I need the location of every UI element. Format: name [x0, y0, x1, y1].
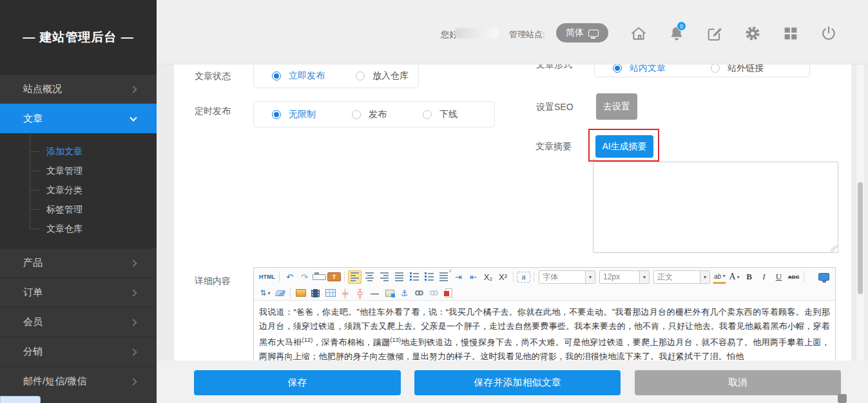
toolbar-separator	[344, 272, 345, 282]
print-icon[interactable]	[313, 274, 326, 280]
sidebar-item-mail-sms-wechat[interactable]: 邮件/短信/微信	[0, 366, 157, 396]
submenu-item-tag-manage[interactable]: 标签管理	[0, 200, 157, 220]
tree-line	[30, 152, 40, 171]
radio-unselected-icon[interactable]	[423, 110, 432, 119]
word-import-icon[interactable]	[442, 286, 456, 300]
home-icon[interactable]	[630, 24, 648, 42]
unordered-list-icon[interactable]	[422, 270, 436, 284]
insert-map-icon	[385, 290, 394, 297]
article-form-label: 文章形式	[536, 64, 572, 71]
sidebar-item-orders[interactable]: 订单	[0, 277, 157, 307]
apps-grid-icon[interactable]	[782, 24, 800, 42]
settings-gear-icon[interactable]	[744, 24, 762, 42]
radio-selected-icon[interactable]	[272, 71, 281, 80]
align-center-icon[interactable]	[363, 270, 376, 284]
logout-power-icon[interactable]	[820, 24, 838, 42]
chevron-right-icon	[130, 319, 137, 326]
ordered-list-icon[interactable]	[407, 270, 421, 284]
radio-unselected-icon[interactable]	[711, 64, 720, 73]
cancel-button[interactable]: 取消	[635, 370, 841, 395]
radio-option[interactable]: 放入仓库	[356, 70, 409, 82]
bold-icon[interactable]: B	[742, 270, 756, 284]
indent-icon[interactable]: ⇥	[452, 270, 465, 284]
submenu-item-article-category[interactable]: 文章分类	[0, 181, 157, 200]
notification-badge: 0	[677, 21, 686, 31]
editor-content[interactable]: 我说道：“爸爸，你走吧。”他往车外看了看，说：“我买几个橘子去。你就在此地，不要…	[254, 301, 835, 361]
sidebar-item-products[interactable]: 产品	[0, 248, 157, 277]
undo-icon[interactable]: ↶	[283, 270, 296, 284]
outdent-icon[interactable]: ⇤	[467, 270, 480, 284]
paragraph-format-select[interactable]: 正文▾	[653, 270, 710, 284]
align-right-icon[interactable]	[378, 270, 391, 284]
font-size-select[interactable]: 12px▾	[599, 270, 650, 284]
paste-text-icon[interactable]: T	[327, 272, 341, 281]
justify-icon[interactable]	[392, 270, 406, 284]
html-source-button[interactable]: HTML	[258, 270, 276, 284]
chevron-down-icon: ▾	[585, 271, 595, 283]
page-scrollbar-thumb[interactable]	[858, 182, 863, 294]
radio-unselected-icon[interactable]	[356, 71, 365, 80]
floating-widget-partial[interactable]	[838, 394, 847, 403]
radio-option[interactable]: 站内文章	[613, 64, 666, 74]
submenu-item-article-warehouse[interactable]: 文章仓库	[0, 220, 157, 239]
chevron-right-icon	[130, 289, 137, 296]
insert-table-icon[interactable]	[323, 286, 337, 300]
insert-image-icon[interactable]	[294, 286, 307, 300]
italic-icon[interactable]: I	[757, 270, 771, 284]
ai-generate-summary-button[interactable]: AI生成摘要	[595, 135, 653, 158]
tree-line	[30, 191, 40, 210]
sidebar-item-members[interactable]: 会员	[0, 307, 157, 337]
ordered-list-icon	[410, 272, 419, 281]
site-language-button[interactable]: 简体	[556, 23, 608, 42]
paragraph-indent-icon[interactable]	[437, 270, 450, 284]
strikethrough-icon[interactable]: ABC	[787, 270, 800, 284]
radio-option[interactable]: 下线	[423, 109, 458, 120]
font-family-select[interactable]: 字体▾	[539, 270, 595, 284]
radio-selected-icon[interactable]	[272, 110, 281, 119]
sidebar-item-site-overview[interactable]: 站点概况	[0, 74, 157, 104]
submenu-item-article-manage[interactable]: 文章管理	[0, 162, 157, 181]
submenu-item-add-article[interactable]: 添加文章	[0, 142, 157, 162]
align-right-icon	[380, 272, 389, 281]
radio-option[interactable]: 站外链接	[711, 64, 764, 74]
fullscreen-icon	[818, 273, 829, 281]
underline-icon[interactable]: U	[772, 270, 786, 284]
align-left-icon[interactable]	[348, 270, 362, 284]
font-color-icon[interactable]: A▾	[728, 270, 741, 284]
sidebar-item-distribution[interactable]: 分销	[0, 337, 157, 366]
anchor-icon[interactable]: ⚓	[398, 286, 411, 300]
subscript-icon[interactable]: X₂	[481, 270, 495, 284]
radio-option[interactable]: 发布	[352, 109, 387, 120]
edit-post-icon[interactable]	[706, 24, 724, 42]
radio-label: 发布	[369, 109, 387, 120]
highlight-color-icon[interactable]: ab▾	[713, 270, 726, 284]
article-status-label: 文章状态	[195, 71, 231, 82]
insert-map-icon[interactable]	[383, 286, 396, 300]
toolbar-separator	[513, 272, 514, 282]
pagebreak-clear-icon[interactable]: ╬	[353, 286, 367, 300]
horizontal-rule-icon[interactable]: —	[368, 286, 381, 300]
radio-option[interactable]: 立即发布	[272, 70, 325, 82]
save-button[interactable]: 保存	[194, 370, 401, 395]
sidebar: — 建站管理后台 — 站点概况 文章 添加文章 文章管理 文章分类 标签管理 文…	[0, 0, 157, 403]
textarea-resize-handle[interactable]	[831, 245, 838, 252]
fullscreen-icon[interactable]	[817, 270, 831, 284]
link-icon[interactable]	[412, 286, 426, 300]
pagebreak-icon[interactable]: ╪	[338, 286, 352, 300]
autotypeset-icon[interactable]: a	[517, 272, 530, 283]
seo-settings-button[interactable]: 去设置	[596, 93, 637, 120]
summary-textarea[interactable]	[593, 162, 838, 253]
insert-video-icon[interactable]	[309, 286, 322, 300]
unlink-icon[interactable]	[427, 286, 441, 300]
redo-icon[interactable]: ↷	[298, 270, 311, 284]
radio-selected-icon[interactable]	[613, 64, 622, 73]
line-height-icon[interactable]: ⇅▾	[258, 286, 272, 300]
radio-option[interactable]: 无限制	[272, 109, 316, 120]
format-eraser-icon[interactable]	[273, 286, 287, 300]
tree-line	[30, 210, 40, 229]
sidebar-item-articles[interactable]: 文章	[0, 104, 157, 133]
superscript-icon[interactable]: X²	[496, 270, 510, 284]
save-and-add-similar-button[interactable]: 保存并添加相似文章	[414, 370, 621, 395]
radio-unselected-icon[interactable]	[352, 110, 361, 119]
tree-line	[30, 133, 40, 152]
